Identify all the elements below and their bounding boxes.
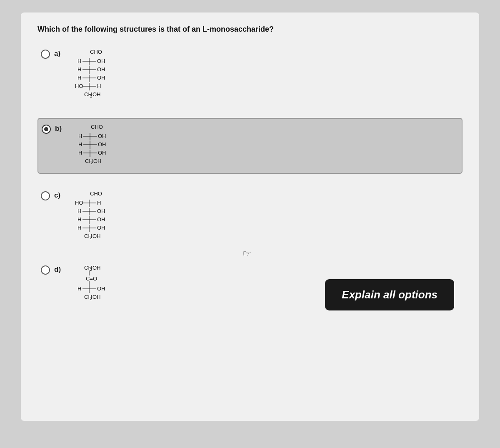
- svg-text:H: H: [78, 216, 81, 223]
- main-card: Which of the following structures is tha…: [21, 13, 479, 421]
- structure-b: CHO H OH H OH H OH CH 2 OH: [71, 123, 124, 169]
- svg-text:H: H: [78, 133, 82, 139]
- option-row-c[interactable]: c) CHO HO H H OH H OH H: [38, 185, 462, 248]
- cursor-icon: ☞: [242, 248, 252, 260]
- radio-a[interactable]: [41, 50, 50, 59]
- svg-text:H: H: [97, 83, 101, 89]
- svg-text:CHO: CHO: [91, 124, 103, 130]
- svg-text:OH: OH: [98, 150, 106, 156]
- svg-text:OH: OH: [98, 133, 106, 139]
- svg-text:CHO: CHO: [90, 49, 102, 55]
- svg-text:OH: OH: [92, 91, 101, 98]
- svg-text:H: H: [78, 150, 82, 156]
- svg-text:OH: OH: [97, 285, 105, 292]
- option-row-b[interactable]: b) CHO H OH H OH H OH CH: [38, 118, 462, 174]
- option-label-d: d): [54, 265, 67, 274]
- structure-c: CHO HO H H OH H OH H OH: [70, 190, 123, 244]
- svg-text:2: 2: [91, 161, 93, 165]
- svg-text:H: H: [78, 285, 81, 292]
- svg-text:H: H: [78, 75, 81, 81]
- svg-text:CHO: CHO: [90, 190, 102, 197]
- svg-text:HO: HO: [75, 83, 83, 89]
- explain-all-options-button[interactable]: Explain all options: [325, 279, 454, 310]
- question-text: Which of the following structures is tha…: [38, 25, 462, 34]
- svg-text:H: H: [78, 141, 82, 148]
- svg-text:OH: OH: [92, 294, 101, 300]
- radio-d[interactable]: [41, 265, 50, 275]
- svg-text:2: 2: [90, 268, 92, 272]
- svg-text:2: 2: [90, 236, 92, 240]
- svg-text:2: 2: [90, 297, 92, 301]
- structure-svg-c: CHO HO H H OH H OH H OH: [73, 190, 123, 244]
- svg-text:OH: OH: [97, 58, 105, 64]
- option-label-c: c): [54, 191, 67, 200]
- svg-text:H: H: [78, 66, 81, 73]
- svg-text:OH: OH: [97, 75, 105, 81]
- svg-text:OH: OH: [97, 225, 105, 231]
- svg-text:OH: OH: [97, 216, 105, 223]
- svg-text:H: H: [78, 225, 81, 231]
- svg-text:OH: OH: [92, 233, 101, 239]
- option-label-a: a): [54, 50, 67, 58]
- radio-c[interactable]: [41, 191, 50, 200]
- option-row-a[interactable]: a) CHO H OH H OH H OH HO: [38, 44, 462, 106]
- svg-text:C=O: C=O: [86, 275, 97, 282]
- structure-svg-a: CHO H OH H OH H OH HO H: [73, 48, 123, 102]
- radio-b[interactable]: [42, 125, 51, 134]
- structure-a: CHO H OH H OH H OH HO H: [70, 48, 123, 102]
- svg-text:H: H: [78, 58, 81, 64]
- svg-text:OH: OH: [93, 158, 102, 164]
- svg-text:HO: HO: [75, 200, 83, 206]
- structure-svg-b: CHO H OH H OH H OH CH 2 OH: [74, 123, 124, 169]
- svg-text:2: 2: [90, 94, 92, 98]
- svg-text:H: H: [78, 208, 81, 214]
- svg-text:OH: OH: [97, 208, 105, 214]
- option-label-b: b): [55, 125, 68, 133]
- svg-text:OH: OH: [92, 265, 101, 271]
- structure-svg-d: CH 2 OH C=O H OH CH 2 OH: [73, 264, 123, 305]
- structure-d: CH 2 OH C=O H OH CH 2 OH: [70, 264, 123, 305]
- svg-text:H: H: [97, 200, 101, 206]
- svg-text:OH: OH: [98, 141, 106, 148]
- svg-text:OH: OH: [97, 66, 105, 73]
